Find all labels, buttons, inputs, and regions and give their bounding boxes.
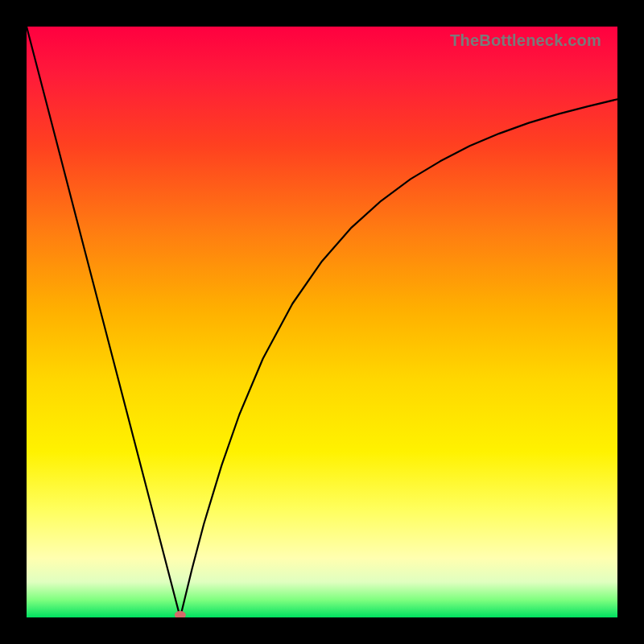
chart-frame: TheBottleneck.com <box>0 0 644 644</box>
svg-point-0 <box>175 611 186 617</box>
plot-area: TheBottleneck.com <box>27 27 617 617</box>
bottleneck-curve <box>27 27 617 617</box>
